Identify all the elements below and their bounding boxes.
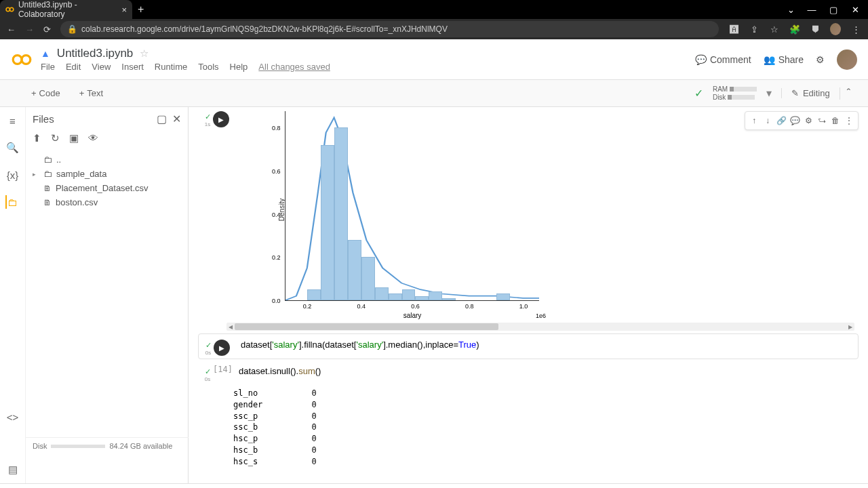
runtime-dropdown-icon[interactable]: ▾ bbox=[766, 87, 772, 100]
cell-settings-icon[interactable]: ⚙ bbox=[802, 114, 815, 127]
menu-view[interactable]: View bbox=[92, 62, 111, 72]
comment-cell-icon[interactable]: 💬 bbox=[788, 114, 802, 127]
share-icon[interactable]: ⇪ bbox=[749, 24, 760, 35]
scroll-right-icon[interactable]: ▶ bbox=[846, 324, 854, 330]
mirror-icon[interactable]: ⮑ bbox=[815, 114, 829, 127]
left-rail: ≡ 🔍 {x} 🗀 <> ▤ bbox=[0, 107, 26, 483]
cell-fillna[interactable]: ✓0s ▶ dataset['salary'].fillna(dataset['… bbox=[198, 333, 859, 359]
files-icon[interactable]: 🗀 bbox=[5, 195, 19, 209]
extensions-icon[interactable]: 🧩 bbox=[789, 24, 800, 35]
scroll-left-icon[interactable]: ◀ bbox=[226, 324, 235, 330]
status-bar: ✓ 0s completed at 3:47 PM ✕ bbox=[0, 483, 868, 488]
tree-parent[interactable]: 🗀.. bbox=[33, 152, 181, 167]
menu-edit[interactable]: Edit bbox=[66, 62, 81, 72]
star-notebook-icon[interactable]: ☆ bbox=[140, 47, 149, 60]
output-text: sl_no 0 gender 0 ssc_p 0 ssc_b 0 hsc_p 0… bbox=[233, 385, 854, 470]
files-panel-title: Files bbox=[33, 113, 151, 125]
file-tree: 🗀.. ▸🗀sample_data 🗎Placement_Dataset.csv… bbox=[33, 152, 181, 209]
lock-icon: 🔒 bbox=[67, 24, 77, 34]
file-icon: 🗎 bbox=[43, 198, 52, 207]
user-avatar[interactable] bbox=[837, 49, 857, 70]
disk-footer: Disk 84.24 GB available bbox=[26, 437, 189, 454]
connected-check-icon: ✓ bbox=[694, 87, 703, 100]
tabs-row: Untitled3.ipynb - Colaboratory × + bbox=[0, 0, 149, 19]
star-icon[interactable]: ☆ bbox=[769, 24, 780, 35]
translate-icon[interactable]: 🅰 bbox=[728, 24, 739, 35]
editing-mode[interactable]: ✎Editing bbox=[781, 88, 830, 98]
reload-icon[interactable]: ⟳ bbox=[43, 24, 51, 35]
drive-icon: ▲ bbox=[41, 48, 50, 59]
profile-avatar-icon[interactable] bbox=[830, 24, 841, 35]
maximize-icon[interactable]: ▢ bbox=[829, 5, 838, 15]
cell-ok-icon: ✓ bbox=[205, 113, 211, 121]
comment-icon: 💬 bbox=[695, 54, 707, 65]
collapse-panel-icon[interactable]: ˆ bbox=[840, 87, 857, 100]
horizontal-scrollbar[interactable]: ◀ ▶ bbox=[226, 323, 854, 331]
menu-bar: File Edit View Insert Runtime Tools Help… bbox=[41, 62, 695, 72]
cell-isnull-output: sl_no 0 gender 0 ssc_p 0 ssc_b 0 hsc_p 0… bbox=[189, 384, 868, 472]
ram-disk-indicator[interactable]: RAM Disk bbox=[713, 85, 757, 102]
main-area: ≡ 🔍 {x} 🗀 <> ▤ Files ▢ ✕ ⬆ ↻ ▣ 👁 🗀.. ▸🗀s… bbox=[0, 107, 868, 483]
mount-drive-icon[interactable]: ▣ bbox=[69, 132, 79, 144]
run-cell-button[interactable]: ▶ bbox=[213, 111, 229, 127]
back-icon[interactable]: ← bbox=[7, 24, 16, 35]
comment-button[interactable]: 💬Comment bbox=[695, 54, 751, 65]
menu-tools[interactable]: Tools bbox=[198, 62, 218, 72]
hidden-files-icon[interactable]: 👁 bbox=[88, 132, 98, 144]
close-icon[interactable]: ✕ bbox=[850, 5, 860, 15]
move-down-icon[interactable]: ↓ bbox=[761, 114, 774, 127]
notebook-title[interactable]: Untitled3.ipynb bbox=[57, 47, 133, 60]
sci-notation: 1e6 bbox=[536, 312, 546, 319]
cell-execution-count: [14] bbox=[213, 363, 233, 382]
minimize-icon[interactable]: — bbox=[807, 5, 816, 15]
upload-icon[interactable]: ⬆ bbox=[33, 132, 41, 144]
tree-file-placement[interactable]: 🗎Placement_Dataset.csv bbox=[43, 181, 181, 195]
toc-icon[interactable]: ≡ bbox=[6, 114, 20, 127]
tree-folder-sample-data[interactable]: ▸🗀sample_data bbox=[33, 167, 181, 181]
settings-gear-icon[interactable]: ⚙ bbox=[816, 54, 825, 65]
share-button[interactable]: 👥Share bbox=[764, 54, 804, 65]
saved-status[interactable]: All changes saved bbox=[258, 62, 330, 72]
menu-file[interactable]: File bbox=[41, 62, 55, 72]
menu-insert[interactable]: Insert bbox=[121, 62, 144, 72]
title-area: ▲ Untitled3.ipynb ☆ File Edit View Inser… bbox=[41, 47, 695, 72]
forward-icon[interactable]: → bbox=[25, 24, 34, 35]
move-up-icon[interactable]: ↑ bbox=[747, 114, 761, 127]
run-cell-button[interactable]: ▶ bbox=[214, 340, 230, 356]
notebook-area: ↑ ↓ 🔗 💬 ⚙ ⮑ 🗑 ⋮ ✓1s ▶ Density salary 1e6… bbox=[189, 107, 868, 483]
add-code-button[interactable]: + Code bbox=[26, 85, 66, 101]
variables-icon[interactable]: {x} bbox=[6, 168, 20, 182]
url-text: colab.research.google.com/drive/1aymGrlN… bbox=[81, 24, 448, 34]
tree-file-boston[interactable]: 🗎boston.csv bbox=[43, 195, 181, 209]
cell-chart: ✓1s ▶ Density salary 1e6 0.00.20.40.60.8… bbox=[189, 107, 868, 319]
refresh-files-icon[interactable]: ↻ bbox=[51, 132, 60, 144]
code-snippets-icon[interactable]: <> bbox=[6, 410, 20, 424]
svg-point-3 bbox=[22, 55, 31, 64]
shield-icon[interactable]: ⛊ bbox=[810, 24, 821, 35]
x-axis-label: salary bbox=[403, 312, 422, 319]
new-tab-button[interactable]: + bbox=[132, 3, 149, 16]
menu-runtime[interactable]: Runtime bbox=[155, 62, 187, 72]
colab-logo-icon[interactable] bbox=[11, 49, 33, 70]
kebab-menu-icon[interactable]: ⋮ bbox=[850, 24, 861, 35]
cell-isnull[interactable]: ✓0s [14] dataset.isnull().sum() bbox=[189, 362, 868, 384]
add-text-button[interactable]: + Text bbox=[74, 85, 108, 101]
file-icon: 🗎 bbox=[43, 184, 52, 193]
link-icon[interactable]: 🔗 bbox=[774, 114, 788, 127]
folder-icon: 🗀 bbox=[43, 155, 52, 165]
new-window-icon[interactable]: ▢ bbox=[157, 113, 167, 125]
search-icon[interactable]: 🔍 bbox=[6, 141, 20, 155]
chevron-down-icon[interactable]: ⌄ bbox=[787, 5, 795, 15]
chart-output: Density salary 1e6 0.00.20.40.60.80.20.4… bbox=[235, 108, 854, 317]
scroll-thumb[interactable] bbox=[235, 323, 498, 330]
tab-close-icon[interactable]: × bbox=[121, 5, 127, 15]
code-editor[interactable]: dataset.isnull().sum() bbox=[233, 363, 854, 382]
browser-tab[interactable]: Untitled3.ipynb - Colaboratory × bbox=[0, 0, 132, 19]
url-field[interactable]: 🔒 colab.research.google.com/drive/1aymGr… bbox=[60, 21, 719, 37]
terminal-icon[interactable]: ▤ bbox=[6, 463, 20, 476]
delete-cell-icon[interactable]: 🗑 bbox=[829, 114, 842, 127]
cell-menu-icon[interactable]: ⋮ bbox=[842, 114, 856, 127]
menu-help[interactable]: Help bbox=[230, 62, 248, 72]
code-editor[interactable]: dataset['salary'].fillna(dataset['salary… bbox=[235, 337, 854, 356]
close-panel-icon[interactable]: ✕ bbox=[172, 113, 181, 125]
